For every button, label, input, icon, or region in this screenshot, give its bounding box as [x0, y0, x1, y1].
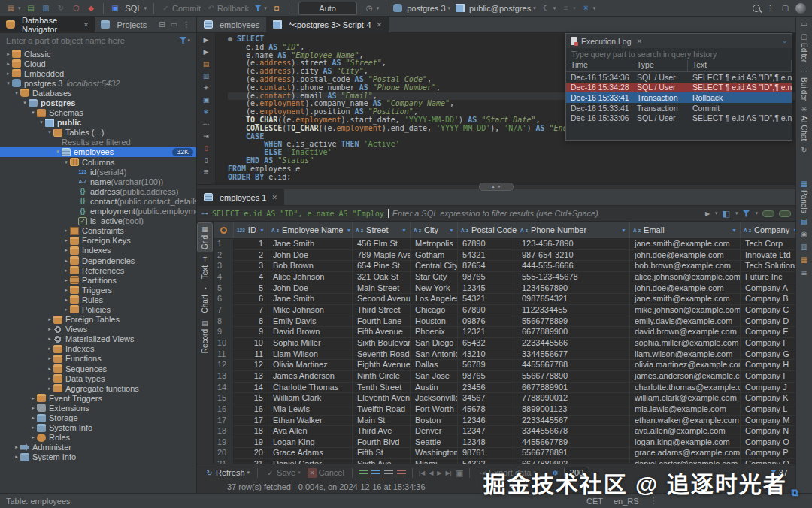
cell-city[interactable]: Central City	[411, 261, 458, 272]
search-everywhere-icon[interactable]	[751, 2, 762, 15]
row-number-cell[interactable]: 5	[214, 283, 234, 295]
file-error-icon[interactable]: ▯	[201, 144, 211, 153]
cell-id[interactable]: 3	[234, 261, 268, 272]
cell-employee-name[interactable]: Jane Smith	[268, 239, 353, 250]
more-icon[interactable]: ⋯	[201, 119, 211, 129]
cell-company[interactable]: Company N	[741, 426, 795, 437]
cell-company[interactable]: Company K	[741, 393, 795, 404]
cell-city[interactable]: Washington	[411, 448, 458, 459]
cell-postal-code[interactable]: 12346	[458, 416, 517, 427]
row-number-cell[interactable]: 7	[214, 305, 234, 316]
compare-add-icon[interactable]	[371, 470, 380, 476]
cell-postal-code[interactable]: 34567	[458, 393, 517, 404]
refresh-icon[interactable]: ↻	[801, 146, 807, 154]
tree-chevron-icon[interactable]: ▸	[46, 336, 53, 342]
grid-corner-cell[interactable]	[214, 222, 234, 238]
editor-results-splitter[interactable]: ▲▼	[197, 184, 795, 189]
cell-company[interactable]: Company G	[741, 349, 795, 361]
cell-phone-number[interactable]: 2233445566	[517, 338, 630, 349]
cell-city[interactable]: San Jose	[411, 371, 458, 383]
cell-email[interactable]: sophia.miller@example.com	[630, 338, 741, 349]
avatar[interactable]	[794, 2, 807, 15]
log-row[interactable]: Dec-16 15:34:36SQL / UserSELECT ¶ e.id A…	[566, 72, 792, 83]
row-number-cell[interactable]: 15	[214, 393, 234, 404]
tree-item-data-types[interactable]: ▸Data types	[0, 373, 196, 383]
tree-item-system-info[interactable]: ▸System Info	[0, 452, 196, 462]
cell-postal-code[interactable]: 45678	[458, 404, 517, 416]
lock-icon[interactable]: ◘	[271, 2, 283, 15]
tree-item-dependencies[interactable]: ▸Dependencies	[0, 256, 196, 265]
tree-chevron-icon[interactable]: ▸	[62, 287, 70, 293]
cell-email[interactable]: olivia.martinez@example.com	[630, 360, 741, 371]
tree-chevron-icon[interactable]: ▸	[62, 258, 70, 264]
data-panel-icon[interactable]: ▦	[801, 256, 807, 264]
cell-email[interactable]: mia.lewis@example.com	[630, 404, 741, 416]
cell-phone-number[interactable]: 5566778890	[517, 371, 630, 383]
cell-phone-number[interactable]: 1234567890	[517, 283, 630, 295]
toggle-pill-icon[interactable]	[779, 210, 791, 217]
cell-employee-name[interactable]: Bob Brown	[268, 261, 353, 272]
datasource-select[interactable]: postgres 3▾	[392, 2, 452, 15]
row-number-cell[interactable]: 19	[214, 437, 234, 449]
save-button[interactable]: ✓Save▾	[264, 466, 302, 479]
navigator-filter-icon[interactable]	[179, 37, 186, 44]
cell-phone-number[interactable]: 2233445567	[517, 416, 630, 427]
filter-sql-text[interactable]: SELECT e.id AS "ID", e.name AS "Employ	[212, 210, 384, 218]
cell-city[interactable]: San Diego	[411, 338, 458, 349]
next-page-icon[interactable]: ▶	[437, 470, 441, 476]
folders-icon[interactable]: ▤	[25, 2, 38, 15]
cell-id[interactable]: 1	[234, 239, 268, 250]
tree-chevron-icon[interactable]: ▸	[46, 376, 53, 382]
cell-email[interactable]: bob.brown@example.com	[630, 261, 741, 272]
tree-item-rules[interactable]: ▸Rules	[0, 295, 196, 304]
cell-email[interactable]: jane.smith@example.com	[630, 239, 741, 250]
tree-item-id[interactable]: 123id (serial4)	[0, 167, 196, 177]
tree-chevron-icon[interactable]: ▸	[29, 415, 37, 421]
cell-city[interactable]: Phoenix	[411, 327, 458, 338]
cell-city[interactable]: Chicago	[411, 305, 458, 316]
last-page-icon[interactable]: ▶|	[445, 470, 451, 476]
tree-item-materialized-views[interactable]: ▸Materialized Views	[0, 334, 196, 344]
cell-city[interactable]: Star City	[411, 272, 458, 283]
tree-chevron-icon[interactable]: ▸	[13, 454, 20, 460]
row-number-cell[interactable]: 10	[214, 338, 234, 349]
history-icon[interactable]: ↻	[55, 2, 68, 15]
session-icon[interactable]: ☾▾	[540, 2, 558, 15]
tree-item-administer[interactable]: ▸Administer	[0, 443, 196, 452]
tree-chevron-icon[interactable]: ▾	[54, 149, 62, 155]
cell-postal-code[interactable]: 98765	[458, 371, 517, 383]
column-header-company[interactable]: A-zCompany▼	[741, 222, 796, 238]
tx-filter-icon[interactable]: ▾	[253, 2, 268, 15]
row-number-cell[interactable]: 6	[214, 294, 234, 305]
row-number-cell[interactable]: 20	[214, 448, 234, 459]
cell-id[interactable]: 14	[234, 383, 268, 394]
cell-phone-number[interactable]: 123-456-7890	[517, 239, 630, 250]
compare-rows-icon[interactable]	[359, 470, 368, 476]
jump-to-row-icon[interactable]: ▣	[456, 468, 463, 478]
lines-icon[interactable]: ≡▾	[559, 2, 577, 15]
filter-history-icon[interactable]: ⊶	[201, 210, 208, 217]
cell-phone-number[interactable]: 5566778899	[517, 316, 630, 328]
cell-postal-code[interactable]: 67890	[458, 305, 517, 316]
toggle-pill-icon[interactable]	[762, 210, 774, 217]
cell-company[interactable]: Company L	[741, 404, 795, 416]
cell-phone-number[interactable]: 4455667788	[517, 360, 630, 371]
compare-remove-icon[interactable]	[397, 470, 406, 476]
cell-city[interactable]: Los Angeles	[411, 294, 458, 305]
cell-employee-name[interactable]: James Anderson	[268, 371, 353, 383]
cell-email[interactable]: john.doe@example.com	[630, 283, 741, 295]
column-header-phone-number[interactable]: A-zPhone Number▼	[517, 222, 630, 238]
csv-file-icon[interactable]: ▯	[201, 156, 211, 165]
layers-panel-icon[interactable]: ≣	[801, 268, 807, 277]
run-append-icon[interactable]: ▶	[201, 47, 211, 56]
isolation-select[interactable]: Auto	[295, 2, 361, 15]
tree-item-indexes[interactable]: ▸Indexes	[0, 344, 196, 354]
code-line[interactable]: FROM employees e	[228, 165, 795, 174]
cell-id[interactable]: 13	[234, 371, 268, 383]
cell-employee-name[interactable]: William Clark	[268, 393, 353, 404]
view-tab-text[interactable]: TText	[198, 253, 212, 281]
row-number-cell[interactable]: 8	[214, 316, 234, 328]
execution-log-search-input[interactable]: Type query part to search in query histo…	[566, 48, 792, 60]
row-number-cell[interactable]: 2	[214, 250, 234, 262]
compare-sync-icon[interactable]	[384, 470, 393, 476]
